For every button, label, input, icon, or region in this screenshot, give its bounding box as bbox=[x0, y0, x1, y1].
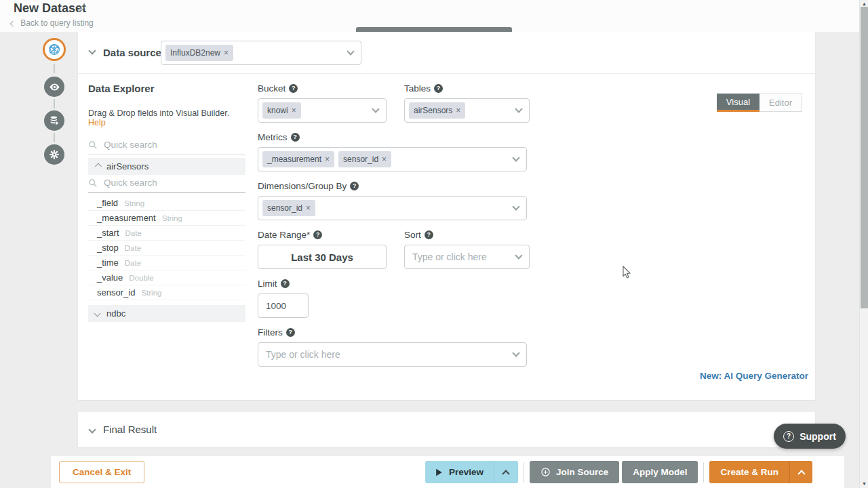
scroll-down-arrow[interactable]: ▼ bbox=[860, 480, 868, 487]
create-run-button[interactable]: Create & Run bbox=[709, 461, 789, 483]
cancel-exit-button[interactable]: Cancel & Exit bbox=[59, 461, 144, 483]
limit-input[interactable] bbox=[258, 293, 309, 318]
gear-icon bbox=[49, 149, 60, 160]
back-to-query-listing-link[interactable]: Back to query listing bbox=[11, 18, 94, 28]
chevron-up-icon bbox=[95, 163, 102, 170]
filters-select[interactable]: Type or click here bbox=[258, 342, 527, 367]
field-row[interactable]: _measurementString bbox=[88, 211, 245, 226]
divider bbox=[524, 462, 524, 483]
step-storage[interactable] bbox=[44, 110, 64, 131]
preview-options-button[interactable] bbox=[494, 461, 518, 483]
help-icon[interactable]: ? bbox=[286, 328, 295, 337]
field-row[interactable]: _fieldString bbox=[88, 196, 245, 211]
datasource-select[interactable]: InfluxDB2new × bbox=[161, 41, 361, 65]
sort-select[interactable]: Type or click here bbox=[404, 245, 530, 269]
join-source-button[interactable]: Join Source bbox=[530, 461, 619, 483]
chevron-down-icon bbox=[512, 154, 519, 161]
footer-action-bar: Cancel & Exit Preview Join Source Apply … bbox=[51, 456, 844, 488]
help-icon[interactable]: ? bbox=[425, 230, 433, 239]
field-row[interactable]: _startDate bbox=[88, 226, 245, 241]
remove-tag-icon[interactable]: × bbox=[382, 155, 387, 164]
bucket-label: Bucket ? bbox=[258, 83, 387, 94]
metrics-label: Metrics ? bbox=[258, 131, 605, 142]
field-row[interactable]: _valueDouble bbox=[88, 270, 245, 285]
quick-search-input[interactable] bbox=[104, 140, 219, 150]
data-explorer-title: Data Explorer bbox=[88, 83, 245, 94]
support-button[interactable]: ? Support bbox=[774, 424, 846, 449]
quick-search-fields bbox=[88, 177, 245, 193]
limit-label: Limit ? bbox=[258, 278, 605, 289]
scrollbar-thumb[interactable] bbox=[861, 7, 868, 308]
divider bbox=[703, 462, 704, 483]
step-connector bbox=[54, 133, 55, 142]
datasource-section-label: Data source bbox=[103, 47, 161, 58]
chevron-down-icon bbox=[372, 105, 379, 113]
help-icon[interactable]: ? bbox=[313, 230, 322, 239]
help-icon[interactable]: ? bbox=[289, 84, 298, 93]
date-range-label: Date Range* ? bbox=[258, 229, 387, 240]
apply-model-button[interactable]: Apply Model bbox=[622, 461, 698, 483]
dimensions-select[interactable]: sensor_id× bbox=[258, 196, 527, 220]
step-connector bbox=[54, 99, 55, 108]
chevron-down-icon bbox=[515, 251, 522, 259]
vertical-scrollbar[interactable]: ▲ ▼ bbox=[859, 0, 868, 488]
final-result-section: Final Result bbox=[78, 412, 815, 447]
tab-editor[interactable]: Editor bbox=[760, 94, 802, 112]
step-settings[interactable] bbox=[44, 144, 64, 165]
chevron-up-icon bbox=[797, 470, 805, 477]
remove-tag-icon[interactable]: × bbox=[325, 155, 330, 164]
chevron-down-icon[interactable] bbox=[88, 47, 96, 54]
remove-tag-icon[interactable]: × bbox=[292, 106, 296, 115]
data-explorer-subtitle: Drag & Drop fields into Visual Builder. … bbox=[88, 108, 245, 127]
dimensions-label: Dimensions/Group By ? bbox=[258, 180, 605, 191]
metrics-select[interactable]: _measurement× sensor_id× bbox=[258, 147, 527, 171]
view-toggle: Visual Editor bbox=[717, 94, 802, 112]
chevron-down-icon bbox=[512, 349, 519, 357]
tab-visual[interactable]: Visual bbox=[717, 94, 760, 112]
table-group-airsensors[interactable]: airSensors bbox=[88, 158, 245, 175]
remove-tag-icon[interactable]: × bbox=[456, 106, 460, 115]
step-connector bbox=[54, 64, 55, 73]
table-group-ndbc[interactable]: ndbc bbox=[88, 305, 245, 322]
datasource-sphere-icon bbox=[47, 43, 61, 56]
remove-tag-icon[interactable]: × bbox=[224, 48, 229, 58]
play-icon bbox=[435, 468, 443, 476]
plus-circle-icon bbox=[540, 467, 551, 477]
chevron-down-icon bbox=[347, 47, 354, 55]
scroll-up-arrow[interactable]: ▲ bbox=[860, 0, 868, 7]
preview-split-button: Preview bbox=[425, 461, 518, 483]
chevron-down-icon bbox=[94, 310, 101, 317]
visual-builder-form: Bucket ? knowi× Tables ? airSensors× bbox=[258, 83, 605, 375]
search-icon bbox=[88, 178, 98, 188]
step-data-source[interactable] bbox=[43, 38, 66, 61]
remove-tag-icon[interactable]: × bbox=[306, 203, 311, 213]
field-row[interactable]: _stopDate bbox=[88, 241, 245, 256]
create-run-options-button[interactable] bbox=[789, 461, 812, 483]
quick-search-fields-input[interactable] bbox=[104, 178, 219, 188]
chevron-left-icon bbox=[10, 21, 16, 26]
sort-label: Sort ? bbox=[404, 229, 530, 240]
field-list: _fieldString _measurementString _startDa… bbox=[88, 196, 245, 300]
preview-button[interactable]: Preview bbox=[425, 461, 494, 483]
help-icon[interactable]: ? bbox=[291, 133, 300, 142]
eye-icon bbox=[49, 81, 60, 93]
quick-search bbox=[88, 139, 245, 155]
help-icon[interactable]: ? bbox=[281, 279, 290, 288]
help-icon[interactable]: ? bbox=[434, 84, 443, 93]
chevron-up-icon bbox=[502, 470, 510, 477]
date-range-button[interactable]: Last 30 Days bbox=[258, 245, 387, 269]
edit-title-icon[interactable] bbox=[77, 3, 87, 16]
search-icon bbox=[88, 140, 98, 150]
tables-select[interactable]: airSensors× bbox=[404, 98, 530, 123]
database-gear-icon bbox=[49, 115, 60, 126]
bucket-select[interactable]: knowi× bbox=[258, 98, 387, 123]
help-icon[interactable]: ? bbox=[350, 182, 359, 190]
ai-query-generator-link[interactable]: New: AI Query Generator bbox=[700, 371, 808, 381]
tables-label: Tables ? bbox=[404, 83, 530, 94]
help-link[interactable]: Help bbox=[88, 118, 106, 127]
field-row[interactable]: sensor_idString bbox=[88, 285, 245, 300]
step-preview[interactable] bbox=[44, 77, 64, 97]
create-run-split-button: Create & Run bbox=[709, 461, 812, 483]
chevron-down-icon[interactable] bbox=[88, 426, 96, 433]
field-row[interactable]: _timeDate bbox=[88, 256, 245, 270]
